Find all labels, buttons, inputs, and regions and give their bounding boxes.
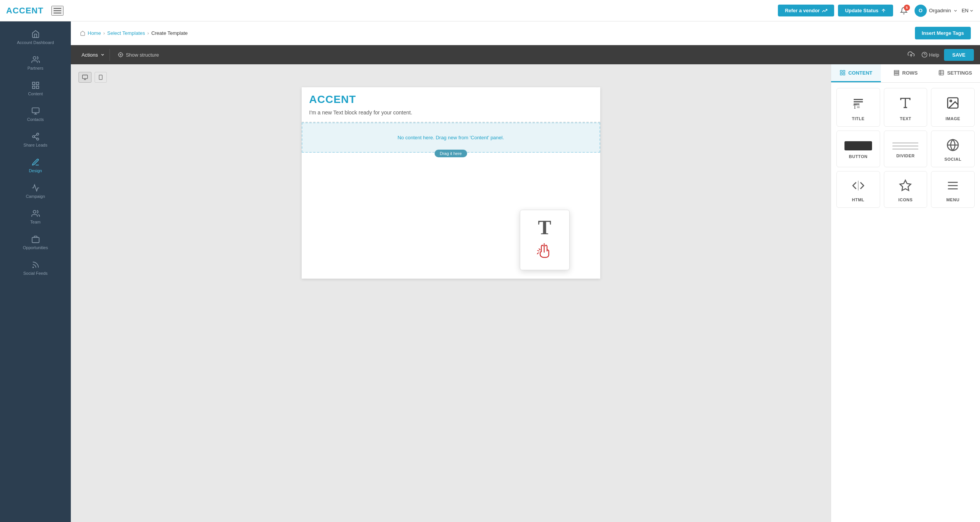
canvas-header-block: ACCENT I'm a new Text block ready for yo… — [302, 87, 600, 122]
breadcrumb-current: Create Template — [151, 30, 188, 36]
sidebar-item-team[interactable]: Team — [0, 204, 71, 230]
svg-rect-34 — [840, 70, 842, 72]
tab-content[interactable]: CONTENT — [831, 64, 881, 82]
block-menu[interactable]: MENU — [931, 171, 975, 208]
sidebar-item-opportunities[interactable]: Opportunities — [0, 230, 71, 255]
svg-rect-37 — [840, 73, 842, 75]
svg-rect-36 — [843, 73, 845, 75]
svg-text:T≡: T≡ — [853, 104, 860, 110]
icons-block-icon — [899, 179, 912, 194]
breadcrumb: Home › Select Templates › Create Templat… — [80, 30, 188, 36]
notifications-button[interactable]: 5 — [897, 4, 911, 18]
insert-merge-tags-button[interactable]: Insert Merge Tags — [915, 27, 971, 39]
svg-rect-39 — [894, 72, 899, 73]
sidebar-item-contacts[interactable]: Contacts — [0, 101, 71, 127]
svg-line-33 — [539, 249, 540, 250]
breadcrumb-home[interactable]: Home — [88, 30, 101, 36]
block-icons[interactable]: ICONS — [884, 171, 928, 208]
canvas-placeholder-text[interactable]: I'm a new Text block ready for your cont… — [309, 109, 593, 116]
svg-line-32 — [537, 251, 539, 251]
toolbar: Actions Show structure Help SAVE — [71, 45, 980, 64]
canvas-area: ACCENT I'm a new Text block ready for yo… — [71, 64, 831, 522]
language-selector[interactable]: EN — [962, 8, 974, 13]
title-block-label: TITLE — [852, 116, 864, 121]
canvas-logo: ACCENT — [309, 93, 593, 106]
svg-point-14 — [33, 210, 36, 213]
notification-badge: 5 — [904, 5, 910, 11]
drop-zone-text: No content here. Drag new from 'Content'… — [310, 135, 592, 140]
svg-line-31 — [537, 253, 538, 254]
show-structure-button[interactable]: Show structure — [113, 49, 164, 61]
image-block-icon — [946, 96, 960, 113]
svg-point-9 — [36, 133, 39, 135]
home-icon — [80, 31, 85, 36]
canvas-drop-zone[interactable]: No content here. Drag new from 'Content'… — [302, 122, 600, 153]
sidebar-item-share-leads[interactable]: Share Leads — [0, 127, 71, 153]
toolbar-right: Help SAVE — [905, 49, 974, 61]
svg-rect-4 — [36, 86, 38, 88]
block-button[interactable]: BUTTON — [836, 130, 880, 167]
svg-marker-56 — [900, 180, 911, 191]
block-image[interactable]: IMAGE — [931, 88, 975, 127]
sidebar-item-social-feeds[interactable]: Social Feeds — [0, 255, 71, 281]
mobile-view-button[interactable] — [95, 72, 107, 83]
svg-rect-26 — [82, 75, 87, 78]
main-layout: Account Dashboard Partners Content Conta… — [0, 21, 980, 522]
refer-vendor-button[interactable]: Refer a vendor — [778, 5, 834, 16]
sidebar-item-partners[interactable]: Partners — [0, 50, 71, 76]
upload-button[interactable] — [905, 49, 917, 61]
user-menu-button[interactable]: O Orgadmin — [915, 5, 958, 17]
svg-point-1 — [33, 57, 36, 59]
svg-rect-2 — [32, 82, 34, 85]
tab-settings[interactable]: SETTINGS — [930, 64, 980, 82]
svg-point-10 — [32, 135, 34, 138]
html-block-label: HTML — [852, 197, 865, 202]
button-block-label: BUTTON — [849, 154, 868, 159]
right-panel: CONTENT ROWS SETTINGS — [831, 64, 980, 522]
sidebar-item-campaign[interactable]: Campaign — [0, 178, 71, 204]
social-block-icon — [946, 139, 959, 153]
block-social[interactable]: SOCIAL — [931, 130, 975, 167]
title-block-icon: T≡ — [851, 96, 865, 113]
svg-point-11 — [36, 138, 39, 140]
svg-point-16 — [33, 267, 33, 268]
sidebar-item-design[interactable]: Design — [0, 153, 71, 178]
text-block-icon — [898, 96, 912, 113]
actions-button[interactable]: Actions — [77, 49, 110, 61]
svg-rect-35 — [843, 70, 845, 72]
sidebar-item-account-dashboard[interactable]: Account Dashboard — [0, 24, 71, 50]
device-switcher — [78, 72, 107, 83]
save-button[interactable]: SAVE — [944, 49, 974, 61]
nav-right: Refer a vendor Update Status 5 O Orgadmi… — [778, 4, 974, 18]
hamburger-menu[interactable] — [51, 6, 64, 16]
breadcrumb-bar: Home › Select Templates › Create Templat… — [71, 21, 980, 45]
social-block-label: SOCIAL — [944, 157, 962, 161]
sidebar-item-content[interactable]: Content — [0, 76, 71, 101]
block-text[interactable]: TEXT — [884, 88, 928, 127]
svg-rect-38 — [894, 70, 899, 72]
tab-rows[interactable]: ROWS — [881, 64, 931, 82]
image-block-label: IMAGE — [946, 116, 960, 121]
svg-line-13 — [34, 135, 36, 136]
help-button[interactable]: Help — [921, 52, 939, 58]
content-area: Home › Select Templates › Create Templat… — [71, 21, 980, 522]
update-status-button[interactable]: Update Status — [838, 5, 893, 16]
html-block-icon — [852, 179, 865, 194]
panel-tabs: CONTENT ROWS SETTINGS — [831, 64, 980, 83]
divider-block-label: DIVIDER — [896, 153, 915, 158]
svg-rect-41 — [939, 70, 944, 75]
breadcrumb-select-templates[interactable]: Select Templates — [107, 30, 145, 36]
divider-block-icon — [892, 142, 918, 150]
menu-block-label: MENU — [946, 197, 959, 202]
button-block-icon — [844, 141, 872, 150]
block-html[interactable]: HTML — [836, 171, 880, 208]
drag-hand-icon — [536, 241, 554, 262]
text-block-label: TEXT — [900, 116, 911, 121]
svg-rect-40 — [894, 74, 899, 75]
block-title[interactable]: T≡ TITLE — [836, 88, 880, 127]
block-divider[interactable]: DIVIDER — [884, 130, 928, 167]
editor-main: ACCENT I'm a new Text block ready for yo… — [71, 64, 980, 522]
drag-tooltip: T — [520, 210, 570, 270]
desktop-view-button[interactable] — [78, 72, 91, 83]
top-nav: ACCENT Refer a vendor Update Status 5 O … — [0, 0, 980, 21]
